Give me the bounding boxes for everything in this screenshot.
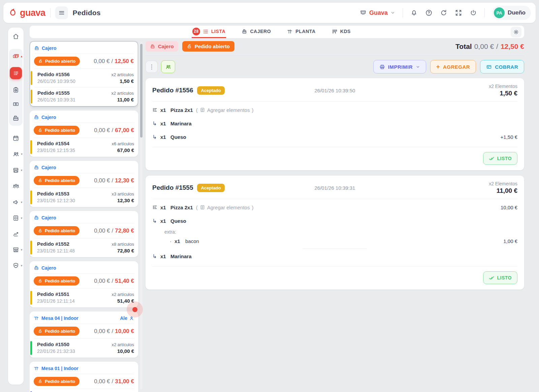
sidebar-item-marketing[interactable]: ▼	[12, 199, 19, 206]
add-elements-action[interactable]: ( Agregar elementos )	[196, 205, 254, 210]
caret-down-icon: ▼	[20, 217, 23, 220]
tab-cajero-label: CAJERO	[250, 29, 271, 34]
order-card-cajero-1556[interactable]: Cajero Pedido abierto 0,00 € / 12,50 € P…	[30, 41, 138, 107]
order-row-1549[interactable]: Pedido #1549x2 artículos 22/01/26 21:31:…	[34, 389, 134, 392]
card-amounts: 0,00 € / 72,80 €	[94, 228, 134, 234]
status-pill: Pedido abierto	[34, 126, 80, 135]
lock-open-icon	[38, 59, 43, 63]
ready-button[interactable]: LISTO	[483, 271, 517, 284]
order-row-1556[interactable]: Pedido #1556x2 artículos 26/01/26 10:39:…	[34, 69, 134, 87]
tab-kds[interactable]: KDS	[331, 26, 351, 38]
archive-icon	[12, 215, 19, 221]
bell-icon	[410, 9, 418, 17]
card-source: Cajero	[41, 165, 56, 170]
subitem-line-marinara[interactable]: ↳ x1 Marinara	[152, 249, 517, 263]
avatar: PA	[494, 7, 505, 18]
filter-chip-cajero[interactable]: Cajero	[146, 41, 178, 52]
sidebar-item-orders[interactable]: ▲	[12, 53, 19, 60]
status-pill: Pedido abierto	[34, 176, 80, 185]
order-row-1551[interactable]: Pedido #1551x2 artículos 23/01/26 12:11:…	[34, 289, 134, 307]
printer-icon	[379, 64, 385, 70]
top-bar: guava Pedidos Guava PA	[3, 3, 536, 23]
sidebar-item-shop[interactable]: ▼	[12, 246, 19, 253]
sidebar-item-cash-register[interactable]	[12, 115, 19, 122]
cash-register-icon	[150, 44, 155, 49]
floating-notification-dot[interactable]	[127, 301, 143, 318]
order-card-mesa04-1550[interactable]: Mesa 04 | Indoor Ale Pedido abierto 0,00…	[30, 311, 138, 358]
sidebar-item-stats[interactable]	[12, 231, 19, 237]
tab-planta[interactable]: PLANTA	[286, 26, 316, 38]
branch-arrow-icon: ↳	[152, 253, 160, 260]
order-row-1553[interactable]: Pedido #1553x3 artículos 23/01/26 12:12:…	[34, 188, 134, 206]
order-list-column: Cajero Pedido abierto 0,00 € / 12,50 € P…	[30, 41, 138, 392]
brand-logo[interactable]: guava	[8, 8, 45, 18]
order-card-mesa01[interactable]: Mesa 01 | Indoor Pedido abierto 0,00 € /…	[30, 362, 138, 392]
lock-open-icon	[38, 128, 42, 132]
sidebar-item-schedule[interactable]	[12, 87, 19, 93]
line-price: 1,00 €	[503, 238, 517, 244]
divider	[303, 248, 367, 249]
megaphone-icon	[12, 199, 19, 206]
divider	[484, 8, 485, 18]
subitem-line-queso[interactable]: ↳ x1 Queso +1,50 €	[152, 130, 517, 144]
notifications-button[interactable]	[410, 9, 418, 17]
sidebar-item-security[interactable]: ▼	[12, 262, 19, 269]
item-line-pizza[interactable]: x1 Pizza 2x1 ( Agregar elementos )	[152, 103, 517, 117]
add-elements-action[interactable]: ( Agregar elementos )	[196, 107, 254, 113]
refresh-button[interactable]	[440, 9, 447, 17]
guests-button[interactable]	[161, 60, 175, 73]
order-row-1550[interactable]: Pedido #1550x2 artículos 22/01/26 21:32:…	[34, 339, 134, 357]
table-icon	[287, 29, 293, 34]
sidebar-item-storage[interactable]: ▼	[12, 215, 19, 221]
tab-lista[interactable]: 28 LISTA	[192, 26, 226, 38]
topbar-actions: Guava PA Dueño	[360, 6, 531, 20]
list-scrollbar[interactable]	[140, 42, 142, 389]
order-row-1552[interactable]: Pedido #1552x8 artículos 23/01/26 12:11:…	[34, 238, 134, 257]
settings-button[interactable]	[511, 27, 521, 37]
charge-button[interactable]: COBRAR	[480, 60, 524, 73]
branch-arrow-icon: ↳	[152, 134, 160, 140]
tab-cajero[interactable]: CAJERO	[241, 26, 272, 38]
detail-card-1555: 26/01/26 10:39:31 Pedido #1555 Aceptado …	[146, 176, 524, 290]
chevron-down-icon	[416, 65, 420, 69]
extra-line-bacon[interactable]: · x1 bacon 1,00 €	[152, 236, 517, 246]
order-card-cajero-1553[interactable]: Cajero Pedido abierto 0,00 € / 12,30 € P…	[30, 161, 138, 207]
sidebar-item-home[interactable]	[12, 33, 19, 40]
more-options-button[interactable]: ⋮	[146, 61, 158, 73]
card-icon	[486, 64, 492, 70]
guava-fruit-icon	[8, 8, 18, 18]
cash-register-icon	[242, 29, 247, 34]
caret-up-icon: ▲	[20, 55, 23, 58]
sidebar-item-orders-list[interactable]	[10, 67, 22, 79]
order-row-1554[interactable]: Pedido #1554x6 artículos 23/01/26 12:15:…	[34, 138, 134, 156]
sidebar-item-customers[interactable]: ▼	[12, 151, 20, 158]
card-source: Cajero	[41, 265, 56, 271]
branch-arrow-icon: ↳	[152, 120, 160, 127]
item-line-pizza[interactable]: x1 Pizza 2x1 ( Agregar elementos ) 10,00…	[152, 201, 517, 214]
subitem-line-queso[interactable]: ↳ x1 Queso	[152, 214, 517, 228]
store-selector[interactable]: Guava	[360, 9, 395, 17]
order-card-cajero-1554[interactable]: Cajero Pedido abierto 0,00 € / 67,00 € P…	[30, 111, 138, 157]
sidebar-item-payments[interactable]	[12, 101, 19, 108]
subitem-line-marinara[interactable]: ↳ x1 Marinara	[152, 117, 517, 130]
brand-wordmark: guava	[20, 8, 45, 18]
order-row-1555[interactable]: Pedido #1555x2 artículos 26/01/26 10:39:…	[34, 87, 134, 105]
order-card-cajero-1552[interactable]: Cajero Pedido abierto 0,00 € / 72,80 € P…	[30, 211, 138, 257]
user-menu[interactable]: PA Dueño	[492, 6, 531, 20]
fullscreen-button[interactable]	[455, 9, 462, 17]
sidebar-item-team[interactable]	[12, 183, 20, 190]
add-button[interactable]: + AGREGAR	[430, 60, 476, 73]
sidebar-item-calendar[interactable]	[12, 135, 19, 142]
print-button[interactable]: IMPRIMIR	[373, 60, 426, 73]
logout-button[interactable]	[470, 9, 477, 17]
menu-button[interactable]	[55, 6, 68, 19]
user-role: Dueño	[508, 9, 526, 16]
ready-button[interactable]: LISTO	[483, 152, 517, 165]
scrollbar-thumb[interactable]	[140, 44, 142, 138]
banknotes-red-icon	[12, 53, 19, 60]
filter-chip-open-order[interactable]: Pedido abierto	[182, 41, 234, 52]
help-button[interactable]	[425, 9, 433, 17]
sidebar-item-venue[interactable]: ▼	[12, 167, 19, 174]
detail-action-row: ⋮ IMPRIMIR + AGREGAR COBRAR	[146, 56, 524, 78]
order-card-cajero-1551[interactable]: Cajero Pedido abierto 0,00 € / 51,40 € P…	[30, 261, 138, 307]
